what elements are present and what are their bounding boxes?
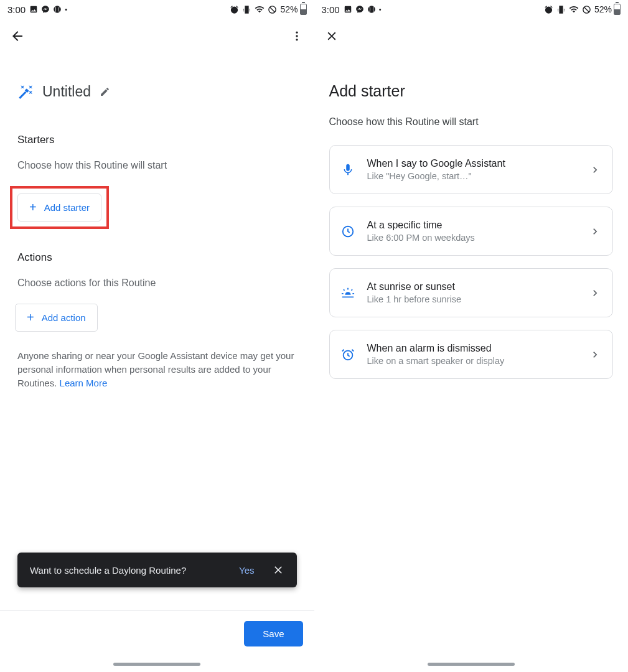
starters-sub: Choose how this Routine will start: [15, 160, 299, 186]
page-title: Add starter: [329, 54, 614, 116]
baseball-icon: [53, 5, 62, 14]
status-left: 3:00 •: [7, 4, 67, 15]
alarm-icon: [544, 5, 553, 14]
svg-point-5: [296, 39, 298, 40]
messenger-icon: [355, 5, 364, 14]
status-bar: 3:00 •: [0, 0, 314, 19]
chevron-right-icon: [589, 225, 601, 238]
close-icon[interactable]: [272, 564, 284, 576]
add-action-label: Add action: [42, 312, 86, 323]
status-bar: 3:00 •: [314, 0, 629, 19]
content: Untitled Starters Choose how this Routin…: [0, 54, 314, 610]
card-title: When I say to Google Assistant: [367, 158, 589, 169]
svg-line-2: [270, 7, 275, 12]
vibrate-icon: [242, 5, 251, 14]
add-starter-label: Add starter: [44, 202, 90, 213]
more-icon[interactable]: [289, 29, 304, 44]
status-time: 3:00: [7, 4, 26, 15]
title-row: Untitled: [15, 54, 299, 120]
battery-pct: 52%: [594, 4, 612, 14]
top-bar: [0, 19, 314, 54]
no-icon: [268, 5, 277, 14]
status-time: 3:00: [322, 4, 340, 15]
status-right: 52%: [230, 4, 306, 15]
chevron-right-icon: [589, 287, 601, 299]
add-action-button[interactable]: + Add action: [15, 304, 98, 332]
status-left: 3:00 •: [322, 4, 382, 15]
card-sub: Like 6:00 PM on weekdays: [367, 233, 589, 243]
routine-title[interactable]: Untitled: [42, 83, 91, 100]
dot-icon: •: [65, 6, 67, 13]
right-phone: 3:00 •: [314, 0, 629, 672]
bottom-bar: Save: [0, 610, 314, 656]
starter-option-time[interactable]: At a specific time Like 6:00 PM on weekd…: [329, 207, 614, 256]
card-title: When an alarm is dismissed: [367, 343, 589, 354]
status-right: 52%: [544, 4, 621, 15]
left-phone: 3:00 •: [0, 0, 314, 672]
snackbar-text: Want to schedule a Daylong Routine?: [30, 565, 186, 576]
messenger-icon: [41, 5, 50, 14]
page-sub: Choose how this Routine will start: [329, 116, 614, 145]
starter-option-sun[interactable]: At sunrise or sunset Like 1 hr before su…: [329, 268, 614, 317]
vibrate-icon: [556, 5, 566, 14]
alarm-dismiss-icon: [341, 348, 355, 362]
snackbar: Want to schedule a Daylong Routine? Yes: [17, 553, 297, 587]
snackbar-yes[interactable]: Yes: [239, 565, 254, 576]
actions-sub: Choose actions for this Routine: [15, 278, 299, 304]
alarm-icon: [230, 5, 239, 14]
svg-point-0: [54, 6, 61, 13]
starter-option-alarm[interactable]: When an alarm is dismissed Like on a sma…: [329, 330, 614, 379]
svg-line-8: [584, 7, 589, 12]
picture-icon: [344, 5, 352, 14]
dot-icon: •: [379, 6, 382, 13]
battery-pct: 52%: [280, 4, 298, 14]
status-notif-icons: •: [29, 5, 67, 14]
card-sub: Like on a smart speaker or display: [367, 356, 589, 366]
back-icon[interactable]: [10, 29, 25, 44]
wifi-icon: [255, 4, 265, 14]
close-icon[interactable]: [324, 29, 339, 44]
card-sub: Like 1 hr before sunrise: [367, 294, 589, 304]
sunrise-icon: [341, 286, 355, 300]
chevron-right-icon: [589, 348, 601, 361]
no-icon: [582, 5, 591, 14]
chevron-right-icon: [589, 164, 601, 176]
battery-icon: [300, 4, 307, 15]
actions-header: Actions: [15, 229, 299, 278]
wand-icon: [17, 84, 34, 100]
nav-handle[interactable]: [428, 663, 515, 666]
save-button[interactable]: Save: [244, 621, 302, 646]
plus-icon: +: [29, 200, 37, 215]
card-sub: Like "Hey Google, start…": [367, 171, 589, 181]
edit-icon[interactable]: [100, 86, 110, 97]
wifi-icon: [569, 4, 579, 14]
content: Add starter Choose how this Routine will…: [314, 54, 629, 656]
learn-more-link[interactable]: Learn More: [60, 378, 108, 388]
svg-point-6: [368, 6, 375, 13]
baseball-icon: [367, 5, 376, 14]
clock-icon: [341, 225, 355, 238]
svg-point-4: [296, 35, 298, 37]
battery-icon: [614, 4, 621, 15]
card-title: At a specific time: [367, 220, 589, 231]
starter-option-voice[interactable]: When I say to Google Assistant Like "Hey…: [329, 145, 614, 194]
disclaimer: Anyone sharing or near your Google Assis…: [15, 332, 299, 390]
status-notif-icons: •: [344, 5, 382, 14]
tutorial-highlight: + Add starter: [10, 186, 109, 229]
starters-header: Starters: [15, 120, 299, 160]
plus-icon: +: [27, 310, 34, 325]
mic-icon: [341, 163, 355, 177]
nav-handle[interactable]: [113, 663, 200, 666]
svg-point-3: [296, 32, 298, 34]
top-bar: [314, 19, 629, 54]
add-starter-button[interactable]: + Add starter: [17, 194, 101, 222]
picture-icon: [29, 5, 38, 14]
card-title: At sunrise or sunset: [367, 281, 589, 292]
